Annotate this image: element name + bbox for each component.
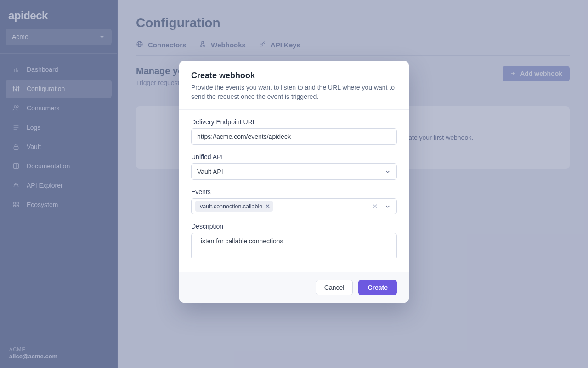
tag-label: vault.connection.callable bbox=[200, 203, 262, 210]
field-label: Delivery Endpoint URL bbox=[191, 118, 397, 126]
modal-header: Create webhook Provide the events you wa… bbox=[179, 61, 409, 110]
modal-title: Create webhook bbox=[191, 71, 397, 80]
select-value: Vault API bbox=[197, 168, 223, 175]
delivery-url-input[interactable] bbox=[191, 128, 397, 145]
field-description: Description bbox=[191, 223, 397, 261]
modal-overlay[interactable]: Create webhook Provide the events you wa… bbox=[0, 0, 588, 368]
chevron-down-icon[interactable] bbox=[383, 203, 393, 210]
cancel-button[interactable]: Cancel bbox=[316, 280, 353, 295]
unified-api-select[interactable]: Vault API bbox=[191, 163, 397, 180]
create-webhook-modal: Create webhook Provide the events you wa… bbox=[179, 61, 409, 303]
event-tag: vault.connection.callable ✕ bbox=[195, 201, 273, 212]
modal-body: Delivery Endpoint URL Unified API Vault … bbox=[179, 110, 409, 272]
field-label: Unified API bbox=[191, 153, 397, 161]
clear-all-icon[interactable]: ✕ bbox=[370, 202, 380, 211]
chevron-down-icon bbox=[384, 168, 391, 175]
field-label: Events bbox=[191, 188, 397, 196]
remove-tag-icon[interactable]: ✕ bbox=[265, 203, 270, 210]
field-events: Events vault.connection.callable ✕ ✕ bbox=[191, 188, 397, 214]
events-multiselect[interactable]: vault.connection.callable ✕ ✕ bbox=[191, 198, 397, 214]
field-unified-api: Unified API Vault API bbox=[191, 153, 397, 180]
description-textarea[interactable] bbox=[191, 233, 397, 259]
create-button[interactable]: Create bbox=[358, 280, 397, 295]
field-label: Description bbox=[191, 223, 397, 230]
field-delivery-url: Delivery Endpoint URL bbox=[191, 118, 397, 145]
modal-footer: Cancel Create bbox=[179, 272, 409, 303]
modal-subtitle: Provide the events you want to listen to… bbox=[191, 83, 397, 101]
